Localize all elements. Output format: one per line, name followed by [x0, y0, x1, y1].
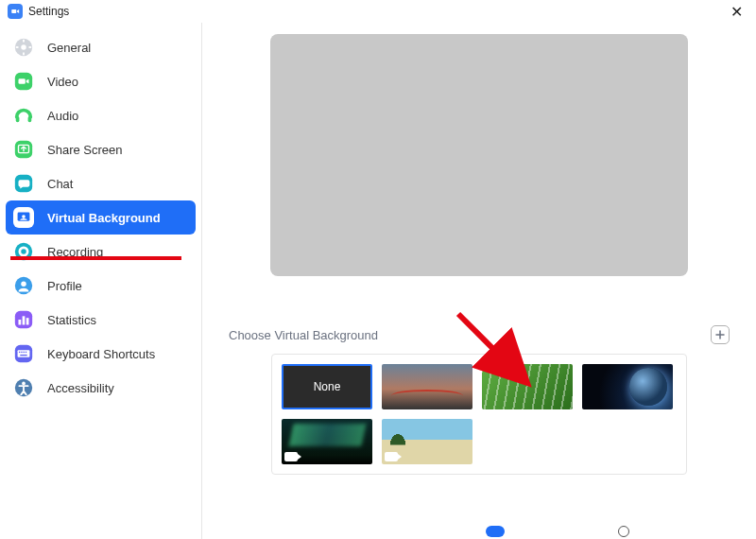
svg-point-33: [22, 382, 26, 386]
sidebar-item-label: Audio: [47, 109, 78, 123]
chat-icon: [13, 173, 34, 194]
background-thumb-none[interactable]: None: [282, 364, 372, 409]
svg-rect-0: [11, 9, 16, 13]
statistics-icon: [13, 309, 34, 330]
background-thumb-earth[interactable]: [582, 364, 673, 409]
share-screen-icon: [13, 139, 34, 160]
toggle-option[interactable]: [486, 526, 505, 537]
profile-icon: [13, 275, 34, 296]
keyboard-icon: [13, 343, 34, 364]
accessibility-icon: [13, 377, 34, 398]
radio-icon: [618, 526, 629, 537]
sidebar-item-audio[interactable]: Audio: [0, 98, 201, 132]
sidebar-item-virtual-background[interactable]: Virtual Background: [6, 200, 196, 235]
window-title: Settings: [28, 5, 69, 18]
plus-icon: [714, 329, 726, 340]
svg-rect-31: [20, 355, 26, 356]
add-background-button[interactable]: [711, 325, 730, 344]
sidebar-item-recording[interactable]: Recording: [0, 235, 201, 269]
sidebar-item-label: Share Screen: [47, 143, 123, 157]
sidebar-item-label: Video: [47, 75, 78, 89]
svg-point-20: [21, 281, 26, 287]
app-icon: [8, 4, 23, 19]
radio-option[interactable]: [618, 526, 629, 537]
gear-icon: [13, 37, 34, 58]
virtual-background-icon: [13, 207, 34, 228]
svg-rect-10: [28, 116, 32, 122]
section-title: Choose Virtual Background: [229, 328, 378, 342]
svg-rect-30: [26, 352, 26, 353]
sidebar-item-share-screen[interactable]: Share Screen: [0, 132, 201, 166]
annotation-underline: [10, 256, 181, 260]
sidebar-item-video[interactable]: Video: [0, 64, 201, 98]
close-button[interactable]: ✕: [725, 3, 748, 21]
svg-rect-23: [23, 316, 26, 324]
none-label: None: [314, 380, 341, 393]
sidebar-item-label: Accessibility: [47, 381, 114, 395]
sidebar-item-label: Profile: [47, 279, 82, 293]
sidebar-item-keyboard-shortcuts[interactable]: Keyboard Shortcuts: [0, 337, 201, 371]
svg-rect-27: [19, 352, 20, 353]
video-badge-icon: [385, 452, 398, 461]
sidebar-item-label: Statistics: [47, 313, 96, 327]
sidebar-item-accessibility[interactable]: Accessibility: [0, 371, 201, 405]
svg-rect-9: [16, 116, 20, 122]
svg-rect-29: [24, 352, 25, 353]
sidebar: General Video Audio Share Screen Chat: [0, 23, 202, 539]
background-gallery: None: [271, 354, 687, 475]
svg-point-15: [22, 215, 26, 218]
sidebar-item-label: General: [47, 41, 91, 55]
svg-rect-22: [19, 320, 22, 325]
sidebar-item-profile[interactable]: Profile: [0, 269, 201, 303]
audio-icon: [13, 105, 34, 126]
video-badge-icon: [284, 452, 298, 461]
sidebar-item-label: Keyboard Shortcuts: [47, 347, 155, 361]
bottom-options: [202, 526, 756, 539]
titlebar: Settings ✕: [0, 0, 756, 23]
background-thumb-bridge[interactable]: [382, 364, 472, 409]
background-thumb-aurora[interactable]: [282, 419, 372, 464]
sidebar-item-chat[interactable]: Chat: [0, 166, 201, 200]
video-icon: [13, 71, 34, 92]
svg-point-18: [21, 249, 26, 254]
video-preview: [270, 34, 688, 276]
svg-rect-24: [26, 318, 29, 324]
sidebar-item-general[interactable]: General: [0, 30, 201, 64]
svg-rect-28: [21, 352, 22, 353]
sidebar-item-label: Virtual Background: [47, 211, 161, 225]
svg-rect-26: [18, 350, 30, 356]
sidebar-item-statistics[interactable]: Statistics: [0, 303, 201, 337]
svg-rect-8: [19, 78, 26, 84]
sidebar-item-label: Chat: [47, 177, 73, 191]
background-thumb-beach[interactable]: [382, 419, 472, 464]
background-thumb-grass[interactable]: [482, 364, 573, 409]
svg-point-2: [21, 44, 26, 50]
content-pane: Choose Virtual Background None: [202, 23, 756, 539]
